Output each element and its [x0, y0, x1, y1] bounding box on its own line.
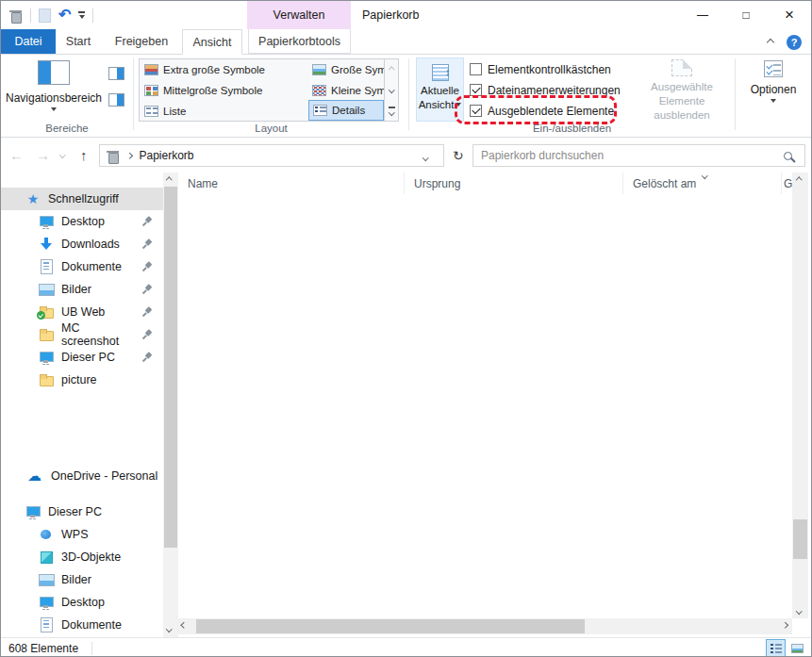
group-layout: Extra große Symbole Große Symbole Mittel… — [134, 55, 408, 137]
details-view-icon — [771, 644, 782, 653]
scroll-down-icon[interactable] — [796, 608, 802, 614]
onedrive-cloud-icon: ☁ — [25, 468, 43, 484]
sidebar-item-bilder-pc[interactable]: Bilder — [1, 568, 163, 591]
checkbox-row-file-extensions[interactable]: Dateinamenerweiterungen — [470, 82, 621, 98]
file-list-area[interactable] — [178, 194, 792, 618]
navigation-pane-icon — [38, 60, 70, 85]
layout-item-liste[interactable]: Liste — [141, 101, 307, 122]
scroll-right-icon[interactable] — [782, 622, 787, 628]
tab-ansicht[interactable]: Ansicht — [182, 29, 242, 55]
explorer-window: ↶ Verwalten Papierkorb — □ × Datei Start… — [0, 0, 812, 657]
layout-item-details[interactable]: Details — [308, 100, 384, 121]
details-view-button[interactable] — [766, 639, 786, 657]
pin-icon — [141, 238, 154, 251]
address-dropdown-icon[interactable] — [407, 149, 444, 162]
navigation-pane-button[interactable]: Navigationsbereich — [3, 58, 105, 124]
status-bar: 608 Elemente — [1, 637, 811, 657]
ribbon-tabs: Datei Start Freigeben Ansicht Papierkorb… — [1, 29, 811, 55]
desktop-icon — [39, 595, 54, 610]
checkbox[interactable] — [470, 63, 482, 75]
scrollbar-thumb[interactable] — [793, 519, 807, 559]
layout-item-medium-icons[interactable]: Mittelgroße Symbole — [141, 80, 307, 101]
list-view-icon — [144, 106, 158, 117]
back-icon[interactable]: ← — [9, 138, 24, 172]
hide-selected-items-button[interactable]: Ausgewählte Elemente ausblenden — [630, 58, 734, 123]
view-toggle-buttons — [766, 639, 807, 657]
gallery-scroll-down[interactable] — [385, 80, 398, 101]
breadcrumb[interactable]: Papierkorb — [99, 144, 444, 167]
sidebar-item-dieser-pc-pinned[interactable]: Dieser PC — [1, 346, 163, 369]
pictures-icon — [39, 282, 54, 297]
sidebar-item-desktop-pc[interactable]: Desktop — [1, 591, 163, 614]
maximize-button[interactable]: □ — [724, 1, 768, 29]
gallery-more-button[interactable] — [385, 100, 398, 121]
folder-check-icon — [39, 304, 54, 320]
dropdown-caret-icon — [771, 99, 776, 103]
sidebar-item-3d-objekte[interactable]: 3D-Objekte — [1, 546, 163, 568]
column-header-name[interactable]: Name — [178, 172, 405, 194]
sidebar-item-wps[interactable]: WPS — [1, 523, 163, 546]
help-icon[interactable]: ? — [787, 35, 802, 50]
scroll-left-icon[interactable] — [181, 622, 187, 628]
sidebar-item-dokumente-pc[interactable]: Dokumente — [1, 614, 163, 636]
tab-papierkorbtools[interactable]: Papierkorbtools — [248, 29, 351, 54]
breadcrumb-chevron-icon[interactable] — [126, 153, 132, 158]
column-header-ursprung[interactable]: Ursprung — [405, 172, 623, 194]
options-button[interactable]: Optionen — [743, 58, 804, 124]
undo-icon[interactable]: ↶ — [58, 8, 71, 22]
preview-pane-icon[interactable] — [108, 67, 124, 80]
refresh-icon[interactable]: ↻ — [453, 138, 464, 172]
layout-item-extra-large-icons[interactable]: Extra große Symbole — [141, 59, 307, 80]
separator — [91, 642, 92, 655]
properties-icon[interactable] — [39, 8, 51, 23]
minimize-button[interactable]: — — [681, 1, 724, 29]
checkbox[interactable] — [470, 105, 482, 117]
current-view-button[interactable]: ↕ Aktuelle Ansicht — [416, 57, 464, 122]
sidebar-item-downloads[interactable]: Downloads — [1, 233, 163, 255]
forward-icon[interactable]: → — [36, 138, 50, 172]
tab-datei[interactable]: Datei — [1, 29, 56, 54]
search-input[interactable] — [473, 149, 784, 162]
sidebar-item-dokumente[interactable]: Dokumente — [1, 255, 163, 278]
sidebar-item-mc-screenshot[interactable]: MC screenshot — [1, 323, 163, 346]
horizontal-scrollbar[interactable] — [178, 618, 792, 634]
sidebar-item-bilder[interactable]: Bilder — [1, 278, 163, 301]
tab-start[interactable]: Start — [56, 29, 101, 54]
sidebar-item-onedrive[interactable]: ☁ OneDrive - Personal — [1, 465, 163, 487]
checkbox[interactable] — [470, 84, 482, 96]
column-header-partial[interactable]: G — [782, 172, 792, 194]
sidebar-item-picture[interactable]: picture — [1, 369, 163, 391]
layout-item-label: Kleine Symbole — [331, 85, 384, 96]
search-icon[interactable] — [784, 152, 792, 160]
recent-locations-icon[interactable] — [60, 138, 65, 172]
sidebar-item-ub-web[interactable]: UB Web — [1, 301, 163, 323]
sidebar-scrollbar[interactable] — [163, 172, 178, 637]
scroll-up-icon[interactable] — [166, 177, 172, 183]
thumbnails-view-button[interactable] — [787, 639, 807, 657]
documents-icon — [39, 259, 54, 274]
close-button[interactable]: × — [768, 1, 811, 29]
customize-toolbar-icon[interactable] — [78, 11, 85, 19]
sidebar-item-schnellzugriff[interactable]: ★ Schnellzugriff — [1, 188, 163, 210]
checkbox-row-item-checkboxes[interactable]: Elementkontrollkästchen — [470, 61, 621, 77]
checkbox-row-hidden-items[interactable]: Ausgeblendete Elemente — [470, 103, 621, 119]
sidebar-item-desktop[interactable]: Desktop — [1, 210, 163, 233]
scrollbar-thumb[interactable] — [164, 187, 177, 548]
layout-item-small-icons[interactable]: Kleine Symbole — [308, 80, 384, 101]
breadcrumb-location[interactable]: Papierkorb — [140, 149, 194, 162]
window-controls: — □ × — [681, 1, 811, 29]
scroll-down-icon[interactable] — [166, 626, 172, 632]
layout-item-large-icons[interactable]: Große Symbole — [308, 59, 384, 80]
gallery-scroll-up[interactable] — [385, 59, 398, 80]
up-icon[interactable]: ↑ — [80, 138, 88, 172]
collapse-ribbon-icon[interactable] — [767, 38, 774, 45]
search-box[interactable] — [472, 144, 805, 167]
small-icons-icon — [312, 85, 326, 96]
documents-icon — [39, 617, 54, 632]
scroll-up-icon[interactable] — [796, 177, 802, 183]
vertical-scrollbar[interactable] — [792, 172, 808, 618]
tab-freigeben[interactable]: Freigeben — [101, 29, 182, 54]
details-pane-icon[interactable] — [108, 93, 124, 107]
sidebar-item-dieser-pc[interactable]: Dieser PC — [1, 501, 163, 523]
scrollbar-thumb[interactable] — [196, 619, 585, 633]
